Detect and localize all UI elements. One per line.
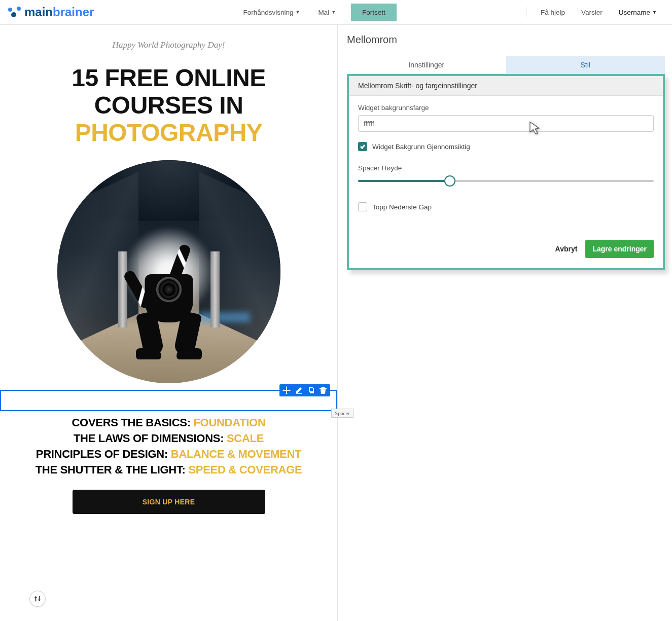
canvas-headline: 15 FREE ONLINE COURSES IN PHOTOGRAPHY bbox=[10, 64, 327, 146]
help-link[interactable]: Få hjelp bbox=[534, 5, 572, 20]
height-label: Spacer Høyde bbox=[358, 164, 654, 172]
tab-settings[interactable]: Innstillinger bbox=[347, 56, 506, 74]
caret-down-icon: ▼ bbox=[652, 10, 657, 15]
sort-fab[interactable] bbox=[29, 591, 46, 607]
brand-main: main bbox=[24, 5, 53, 19]
caret-down-icon: ▼ bbox=[295, 10, 300, 15]
preview-dropdown[interactable]: Forhåndsvisning▼ bbox=[236, 5, 307, 20]
canvas-subtitle: Happy World Photography Day! bbox=[10, 40, 327, 50]
cancel-button[interactable]: Avbryt bbox=[555, 245, 578, 253]
course-list: COVERS THE BASICS: FOUNDATION THE LAWS O… bbox=[10, 415, 327, 478]
height-slider[interactable] bbox=[358, 180, 654, 182]
alerts-link[interactable]: Varsler bbox=[574, 5, 610, 20]
slider-thumb[interactable] bbox=[444, 175, 455, 187]
list-item: PRINCIPLES OF DESIGN: BALANCE & MOVEMENT bbox=[10, 447, 327, 462]
logo-icon bbox=[8, 7, 21, 18]
brand-accent: brainer bbox=[53, 5, 94, 19]
spacer-widget-selected[interactable]: Spacer bbox=[0, 390, 337, 411]
gap-label: Topp Nederste Gap bbox=[372, 203, 432, 211]
bg-color-input[interactable] bbox=[358, 115, 654, 132]
list-item: COVERS THE BASICS: FOUNDATION bbox=[10, 415, 327, 431]
signup-button[interactable]: SIGN UP HERE bbox=[73, 490, 265, 514]
check-icon bbox=[360, 143, 366, 150]
spacer-toolbar bbox=[279, 384, 330, 396]
list-item: THE LAWS OF DIMENSIONS: SCALE bbox=[10, 431, 327, 447]
delete-icon[interactable] bbox=[319, 386, 327, 394]
list-item: THE SHUTTER & THE LIGHT: SPEED & COVERAG… bbox=[10, 462, 327, 478]
side-panel: Mellomrom Innstillinger Stil Mellomrom S… bbox=[337, 25, 672, 621]
spacer-label-badge: Spacer bbox=[331, 409, 353, 418]
bg-transparent-checkbox[interactable] bbox=[358, 142, 367, 151]
panel-title: Mellomrom bbox=[347, 34, 665, 46]
caret-down-icon: ▼ bbox=[331, 10, 336, 15]
save-button[interactable]: Lagre endringer bbox=[585, 240, 654, 258]
edit-icon[interactable] bbox=[295, 386, 303, 394]
copy-icon[interactable] bbox=[307, 386, 315, 394]
tab-style[interactable]: Stil bbox=[506, 56, 665, 74]
template-dropdown[interactable]: Mal▼ bbox=[311, 5, 343, 20]
top-nav: mainbrainer Forhåndsvisning▼ Mal▼ Fortse… bbox=[0, 0, 672, 25]
move-icon[interactable] bbox=[282, 386, 291, 394]
sort-icon bbox=[34, 595, 41, 602]
style-settings-panel: Mellomrom Skrift- og fargeinnstillinger … bbox=[347, 74, 665, 270]
gap-checkbox[interactable] bbox=[358, 202, 367, 211]
canvas-area: Happy World Photography Day! 15 FREE ONL… bbox=[0, 25, 337, 621]
username-dropdown[interactable]: Username▼ bbox=[612, 5, 664, 20]
hero-image bbox=[57, 160, 280, 383]
section-header: Mellomrom Skrift- og fargeinnstillinger bbox=[349, 76, 663, 96]
continue-button[interactable]: Fortsett bbox=[351, 4, 397, 21]
bg-color-label: Widget bakgrunnsfarge bbox=[358, 104, 654, 112]
bg-transparent-label: Widget Bakgrunn Gjennomsiktig bbox=[372, 143, 470, 151]
logo[interactable]: mainbrainer bbox=[8, 5, 94, 19]
